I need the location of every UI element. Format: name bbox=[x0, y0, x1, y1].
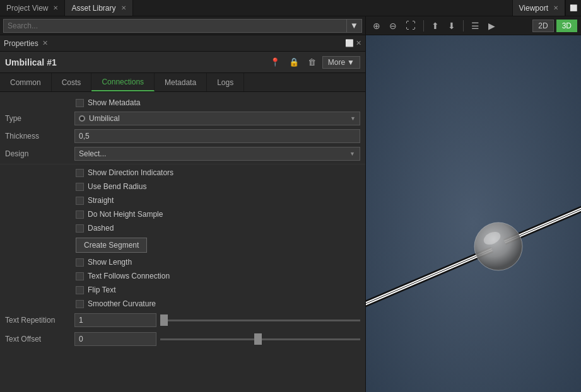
do-not-height-checkbox[interactable] bbox=[76, 210, 84, 219]
type-chevron-icon: ▼ bbox=[350, 115, 356, 122]
layers-button[interactable]: ☰ bbox=[468, 20, 483, 32]
tab-metadata[interactable]: Metadata bbox=[155, 73, 207, 91]
search-input[interactable] bbox=[3, 19, 347, 33]
tabs-row: Common Costs Connections Metadata Logs bbox=[0, 73, 365, 92]
properties-label: Properties bbox=[4, 39, 38, 48]
toolbar-separator-2 bbox=[463, 20, 464, 32]
svg-rect-0 bbox=[366, 35, 581, 392]
tab-viewport-close[interactable]: ✕ bbox=[553, 4, 558, 11]
tab-common[interactable]: Common bbox=[0, 73, 52, 91]
tab-project-view[interactable]: Project View ✕ bbox=[0, 0, 65, 16]
pin-icon[interactable]: 📍 bbox=[267, 56, 283, 68]
type-row: Type Umbilical Cable Pipe Hose ▼ bbox=[0, 110, 365, 127]
do-not-height-row: Do Not Height Sample bbox=[0, 207, 365, 221]
use-bend-checkbox[interactable] bbox=[76, 183, 84, 191]
viewport-toolbar: ⊕ ⊖ ⛶ ⬆ ⬇ ☰ ▶ 2D bbox=[366, 16, 581, 35]
text-repetition-slider[interactable] bbox=[160, 319, 360, 321]
tab-metadata-label: Metadata bbox=[165, 78, 196, 87]
text-repetition-input[interactable] bbox=[74, 313, 156, 327]
main-layout: ▼ Properties ✕ ⬜ ✕ Umbilical #1 📍 🔒 🗑 Mo… bbox=[0, 16, 581, 392]
thickness-label: Thickness bbox=[5, 132, 74, 141]
tab-logs-label: Logs bbox=[217, 78, 233, 87]
zoom-out-icon: ⊖ bbox=[389, 21, 397, 31]
type-control: Umbilical Cable Pipe Hose ▼ bbox=[74, 112, 360, 125]
text-offset-track bbox=[160, 338, 360, 340]
design-select[interactable]: Select... bbox=[74, 147, 360, 161]
show-metadata-row: Show Metadata bbox=[0, 96, 365, 110]
layers-icon: ☰ bbox=[471, 21, 479, 31]
search-dropdown-button[interactable]: ▼ bbox=[347, 19, 362, 33]
text-offset-row: Text Offset bbox=[0, 330, 365, 349]
align-up-icon: ⬆ bbox=[431, 21, 439, 31]
properties-close-icon[interactable]: ✕ bbox=[42, 39, 48, 47]
left-panel: ▼ Properties ✕ ⬜ ✕ Umbilical #1 📍 🔒 🗑 Mo… bbox=[0, 16, 366, 392]
more-button[interactable]: More ▼ bbox=[322, 56, 360, 69]
mode-3d-label: 3D bbox=[562, 21, 572, 30]
more-chevron-icon: ▼ bbox=[347, 58, 355, 67]
straight-label: Straight bbox=[88, 196, 114, 205]
dashed-checkbox[interactable] bbox=[76, 224, 84, 233]
align-down-icon: ⬇ bbox=[448, 21, 455, 31]
straight-checkbox[interactable] bbox=[76, 197, 84, 205]
tab-asset-library-label: Asset Library bbox=[71, 4, 115, 13]
design-control: Select... bbox=[74, 147, 360, 161]
properties-maximize-icons[interactable]: ⬜ ✕ bbox=[345, 39, 361, 47]
text-repetition-thumb[interactable] bbox=[160, 314, 168, 326]
tab-viewport[interactable]: Viewport ✕ bbox=[512, 0, 565, 16]
text-offset-label: Text Offset bbox=[5, 335, 74, 343]
align-down-button[interactable]: ⬇ bbox=[445, 20, 459, 32]
text-offset-thumb[interactable] bbox=[254, 333, 262, 345]
window-maximize-icon[interactable]: ⬜ bbox=[570, 4, 577, 11]
flip-text-checkbox[interactable] bbox=[76, 286, 84, 294]
tab-logs[interactable]: Logs bbox=[207, 73, 244, 91]
camera-icon: ▶ bbox=[488, 21, 495, 31]
tab-asset-library[interactable]: Asset Library ✕ bbox=[65, 0, 132, 16]
flip-text-label: Flip Text bbox=[88, 285, 115, 294]
tab-bar: Project View ✕ Asset Library ✕ Viewport … bbox=[0, 0, 581, 16]
dashed-label: Dashed bbox=[88, 224, 114, 233]
tab-costs-label: Costs bbox=[62, 78, 81, 87]
thickness-control bbox=[74, 129, 360, 143]
zoom-in-button[interactable]: ⊕ bbox=[370, 20, 384, 32]
align-up-button[interactable]: ⬆ bbox=[428, 20, 442, 32]
thickness-input[interactable] bbox=[74, 129, 360, 143]
show-length-label: Show Length bbox=[88, 258, 132, 267]
create-segment-label: Create Segment bbox=[84, 241, 139, 250]
smoother-checkbox[interactable] bbox=[76, 300, 84, 308]
text-offset-input[interactable] bbox=[74, 332, 156, 346]
show-length-checkbox[interactable] bbox=[76, 258, 84, 267]
type-select[interactable]: Umbilical Cable Pipe Hose bbox=[89, 114, 348, 123]
text-follows-checkbox[interactable] bbox=[76, 272, 84, 280]
show-metadata-checkbox[interactable] bbox=[76, 99, 84, 107]
show-direction-row: Show Direction Indicators bbox=[0, 166, 365, 180]
create-segment-button[interactable]: Create Segment bbox=[76, 238, 147, 253]
right-panel: ⊕ ⊖ ⛶ ⬆ ⬇ ☰ ▶ 2D bbox=[366, 16, 581, 392]
camera-button[interactable]: ▶ bbox=[485, 20, 498, 32]
text-repetition-row: Text Repetition bbox=[0, 311, 365, 330]
tab-connections[interactable]: Connections bbox=[91, 73, 155, 91]
text-follows-label: Text Follows Connection bbox=[88, 272, 170, 280]
show-direction-checkbox[interactable] bbox=[76, 169, 84, 177]
lock-icon[interactable]: 🔒 bbox=[286, 56, 302, 68]
show-direction-label: Show Direction Indicators bbox=[88, 168, 173, 177]
mode-3d-button[interactable]: 3D bbox=[556, 20, 577, 32]
thickness-row: Thickness bbox=[0, 127, 365, 145]
show-length-row: Show Length bbox=[0, 255, 365, 269]
cable-visualization bbox=[366, 35, 581, 392]
zoom-out-button[interactable]: ⊖ bbox=[386, 20, 400, 32]
fit-view-button[interactable]: ⛶ bbox=[402, 19, 419, 33]
type-select-wrapper: Umbilical Cable Pipe Hose ▼ bbox=[74, 112, 360, 125]
type-indicator-icon bbox=[79, 115, 85, 122]
text-repetition-track bbox=[160, 320, 360, 321]
smoother-row: Smoother Curvature bbox=[0, 297, 365, 311]
text-follows-row: Text Follows Connection bbox=[0, 269, 365, 283]
text-offset-slider[interactable] bbox=[160, 338, 360, 340]
mode-2d-button[interactable]: 2D bbox=[532, 20, 553, 32]
tab-connections-label: Connections bbox=[102, 78, 144, 86]
use-bend-label: Use Bend Radius bbox=[88, 182, 146, 191]
delete-icon[interactable]: 🗑 bbox=[305, 56, 319, 68]
tab-project-view-close[interactable]: ✕ bbox=[53, 4, 58, 11]
tab-costs[interactable]: Costs bbox=[52, 73, 92, 91]
zoom-in-icon: ⊕ bbox=[373, 21, 380, 31]
tab-asset-library-close[interactable]: ✕ bbox=[121, 4, 126, 11]
